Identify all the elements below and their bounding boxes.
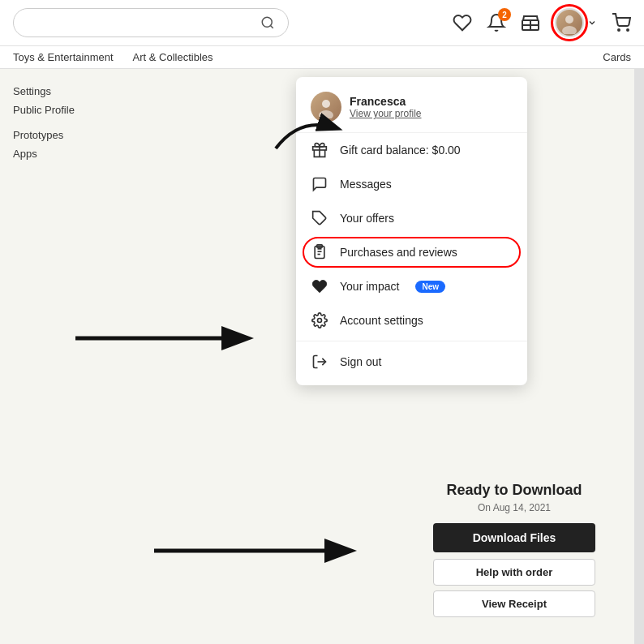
shop-icon-wrap[interactable] xyxy=(521,13,540,32)
offers-icon xyxy=(311,209,328,227)
notification-badge: 2 xyxy=(498,8,511,21)
purchases-label: Purchases and reviews xyxy=(340,246,457,259)
gift-card-label: Gift card balance: $0.00 xyxy=(340,144,461,157)
download-files-button[interactable]: Download Files xyxy=(433,523,595,552)
svg-line-1 xyxy=(270,25,273,28)
sidebar-item-public-profile[interactable]: Public Profile xyxy=(13,104,159,116)
messages-icon xyxy=(311,175,328,193)
messages-label: Messages xyxy=(340,178,392,191)
nav-item-cards[interactable]: Cards xyxy=(603,51,631,63)
sidebar-item-apps[interactable]: Apps xyxy=(13,148,159,160)
svg-point-19 xyxy=(318,319,322,323)
heart-icon xyxy=(453,13,472,32)
nav-bar: Toys & Entertainment Art & Collectibles … xyxy=(0,46,644,69)
svg-point-0 xyxy=(262,17,272,27)
download-panel: Ready to Download On Aug 14, 2021 Downlo… xyxy=(433,482,595,622)
header-icons: 2 xyxy=(453,8,631,37)
gear-icon xyxy=(311,311,328,329)
dropdown-item-your-offers[interactable]: Your offers xyxy=(296,201,527,235)
main-area: Settings Public Profile Prototypes Apps … xyxy=(0,69,644,531)
favorites-icon-wrap[interactable] xyxy=(453,13,472,32)
download-date: On Aug 14, 2021 xyxy=(433,502,595,513)
your-impact-label: Your impact xyxy=(340,280,399,293)
dropdown-divider xyxy=(296,341,527,341)
gift-icon xyxy=(311,141,328,159)
nav-item-toys[interactable]: Toys & Entertainment xyxy=(13,51,114,63)
download-title: Ready to Download xyxy=(433,482,595,499)
account-settings-label: Account settings xyxy=(340,314,423,327)
svg-point-7 xyxy=(618,29,620,31)
sidebar-item-settings[interactable]: Settings xyxy=(13,85,159,97)
svg-point-6 xyxy=(562,26,577,34)
dropdown-item-gift-card[interactable]: Gift card balance: $0.00 xyxy=(296,133,527,167)
search-bar[interactable] xyxy=(13,8,289,37)
dropdown-username: Francesca xyxy=(350,95,422,108)
shop-icon xyxy=(521,13,540,32)
sidebar-item-prototypes[interactable]: Prototypes xyxy=(13,129,159,141)
svg-point-5 xyxy=(565,15,573,24)
cart-icon xyxy=(612,13,631,32)
header: 2 xyxy=(0,0,644,46)
avatar xyxy=(555,8,584,37)
dropdown-item-messages[interactable]: Messages xyxy=(296,167,527,201)
arrow-to-download xyxy=(150,535,361,567)
dropdown-user-info: Francesca View your profile xyxy=(350,95,422,119)
dropdown-menu: Francesca View your profile Gift card ba… xyxy=(296,77,527,385)
sign-out-label: Sign out xyxy=(340,355,381,368)
dropdown-item-your-impact[interactable]: Your impact New xyxy=(296,269,527,303)
chevron-down-icon xyxy=(587,18,597,28)
nav-item-art[interactable]: Art & Collectibles xyxy=(133,51,213,63)
view-profile-link[interactable]: View your profile xyxy=(350,108,422,119)
your-offers-label: Your offers xyxy=(340,212,394,225)
bottom-section: Ready to Download On Aug 14, 2021 Downlo… xyxy=(0,466,644,644)
dropdown-item-sign-out[interactable]: Sign out xyxy=(296,345,527,379)
sidebar: Settings Public Profile Prototypes Apps xyxy=(13,85,159,515)
help-with-order-button[interactable]: Help with order xyxy=(433,559,595,586)
dropdown-item-purchases[interactable]: Purchases and reviews xyxy=(296,235,527,269)
cart-icon-wrap[interactable] xyxy=(612,13,631,32)
notifications-icon-wrap[interactable]: 2 xyxy=(487,13,506,32)
clipboard-icon xyxy=(311,243,328,261)
svg-point-10 xyxy=(319,110,333,118)
svg-point-8 xyxy=(627,29,629,31)
dropdown-avatar xyxy=(311,92,341,122)
view-receipt-button[interactable]: View Receipt xyxy=(433,590,595,617)
dropdown-user-row[interactable]: Francesca View your profile xyxy=(296,84,527,133)
search-icon xyxy=(260,15,275,30)
sidebar-section-2: Prototypes Apps xyxy=(13,129,159,160)
new-badge: New xyxy=(415,281,445,293)
sign-out-icon xyxy=(311,353,328,371)
svg-point-9 xyxy=(322,100,330,108)
scrollbar[interactable] xyxy=(634,0,644,644)
avatar-wrap[interactable] xyxy=(555,8,597,37)
sidebar-section-1: Settings Public Profile xyxy=(13,85,159,116)
heart-filled-icon xyxy=(311,277,328,295)
dropdown-item-account-settings[interactable]: Account settings xyxy=(296,303,527,337)
